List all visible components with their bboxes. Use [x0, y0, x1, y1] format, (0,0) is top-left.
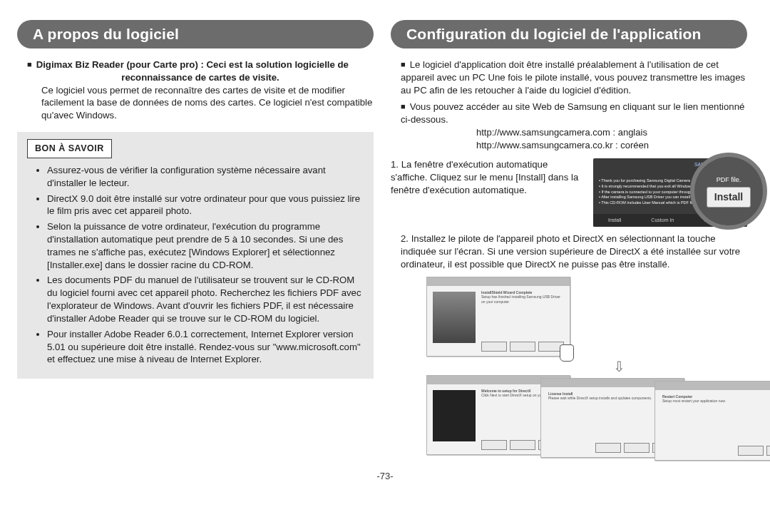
- step-2-text: 2. Installez le pilote de l'appareil pho…: [391, 232, 747, 270]
- cursor-icon: [560, 344, 574, 362]
- bon-a-savoir-list: Assurez-vous de vérifier la configuratio…: [27, 164, 364, 366]
- autorun-screenshot-wrap: SAMSUNG DIGITAL • Thank you for purchasi…: [593, 158, 747, 227]
- magnifier-icon: PDF file. Install: [690, 153, 767, 230]
- autorun-menu-install: Install: [608, 217, 621, 223]
- left-title-pill: A propos du logiciel: [17, 20, 374, 48]
- bon-a-savoir-box: BON À SAVOIR Assurez-vous de vérifier la…: [17, 132, 374, 379]
- right-intro-bullet: Le logiciel d'application doit être inst…: [401, 58, 747, 96]
- page-number: -73-: [0, 471, 770, 481]
- right-title-pill: Configuration du logiciel de l'applicati…: [391, 20, 747, 48]
- bon-a-savoir-label: BON À SAVOIR: [27, 139, 112, 158]
- wizard-title-1: InstallShield Wizard Complete: [481, 290, 532, 295]
- installshield-screenshot-1: InstallShield Wizard Complete Setup has …: [426, 277, 570, 357]
- digimax-section: Digimax Biz Reader (pour Carte pro) : Ce…: [17, 58, 374, 122]
- magnifier-install-button: Install: [707, 187, 751, 208]
- arrow-down-icon: ⇩: [491, 359, 747, 374]
- url-block: http://www.samsungcamera.com : anglais h…: [391, 126, 747, 151]
- wizard-title-3: License Install: [548, 392, 573, 396]
- autorun-bullets: • Thank you for purchasing Samsung Digit…: [599, 178, 694, 205]
- left-column: A propos du logiciel Digimax Biz Reader …: [17, 20, 374, 461]
- step-1-text: 1. La fenêtre d'exécution automatique s'…: [391, 158, 586, 196]
- wizard-title-4: Restart Computer: [662, 394, 692, 399]
- right-intro-bullet: Vous pouvez accéder au site Web de Samsu…: [401, 101, 747, 126]
- directx-restart-screenshot: Restart Computer Setup must restart your…: [654, 381, 770, 461]
- bon-bullet: Les documents PDF du manuel de l'utilisa…: [47, 274, 364, 324]
- digimax-heading-line1: Digimax Biz Reader (pour Carte pro) : Ce…: [27, 59, 349, 70]
- right-column: Configuration du logiciel de l'applicati…: [391, 20, 747, 461]
- bon-bullet: Selon la puissance de votre ordinateur, …: [47, 220, 364, 271]
- digimax-body-text: Ce logiciel vous permet de reconnaître d…: [27, 84, 374, 122]
- url-english: http://www.samsungcamera.com : anglais: [476, 126, 747, 139]
- bon-bullet: DirectX 9.0 doit être installé sur votre…: [47, 193, 364, 218]
- step-1-row: 1. La fenêtre d'exécution automatique s'…: [391, 158, 747, 227]
- digimax-heading-line2: reconnaissance de cartes de visite.: [27, 71, 374, 84]
- magnifier-pdf-label: PDF file.: [717, 175, 741, 184]
- install-screenshot-row: Welcome to setup for DirectX Click Next …: [426, 375, 747, 461]
- autorun-menu-custom: Custom In: [651, 217, 674, 223]
- url-korean: http://www.samsungcamera.co.kr : coréen: [476, 139, 747, 152]
- wizard-title-2: Welcome to setup for DirectX: [481, 389, 531, 393]
- bon-bullet: Pour installer Adobe Reader 6.0.1 correc…: [47, 328, 364, 366]
- bon-bullet: Assurez-vous de vérifier la configuratio…: [47, 164, 364, 190]
